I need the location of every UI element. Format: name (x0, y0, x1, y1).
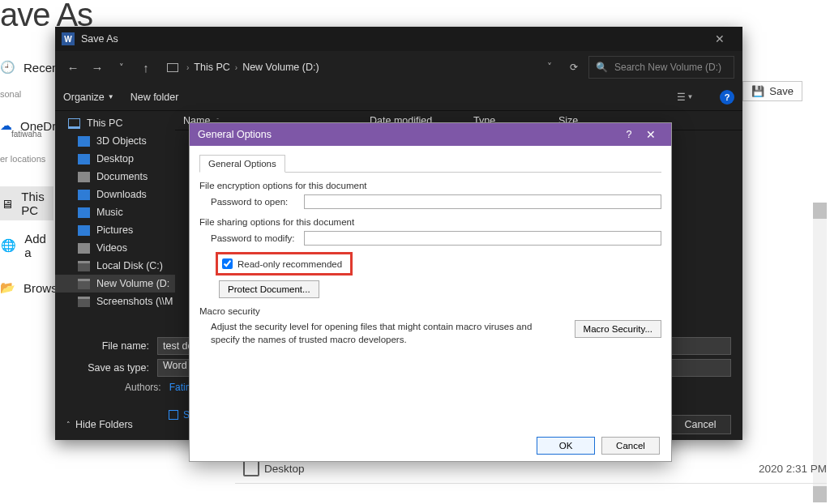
hide-folders-button[interactable]: ˄ Hide Folders (66, 419, 133, 430)
macro-description: Adjust the security level for opening fi… (211, 320, 563, 346)
scroll-up-button[interactable] (813, 203, 827, 219)
backstage-scrollbar[interactable] (813, 203, 827, 502)
tree-node-label: Downloads (96, 189, 147, 200)
tree-node-label: This PC (87, 117, 122, 129)
folder-icon (243, 460, 259, 476)
folder-icon (78, 172, 90, 182)
tree-node[interactable]: Music (55, 203, 175, 221)
dialog-titlebar[interactable]: General Options ? ✕ (190, 123, 671, 146)
pc-icon (167, 63, 178, 72)
tree-node-label: Videos (96, 242, 127, 254)
backstage-folder-row[interactable]: Desktop 2020 2:31 PM (243, 460, 827, 476)
saveas-toolbar: Organize ▼ New folder ☰ ▼ ? (55, 83, 742, 111)
backstage-onedrive[interactable]: ☁ OneDri fatiwaha (0, 109, 53, 143)
folder-icon (78, 136, 90, 147)
protect-document-button[interactable]: Protect Document... (219, 280, 319, 298)
close-icon[interactable]: ✕ (704, 32, 736, 45)
password-modify-input[interactable] (304, 231, 661, 246)
search-placeholder: Search New Volume (D:) (614, 62, 721, 73)
tree-node-label: 3D Objects (96, 135, 147, 147)
close-icon[interactable]: ✕ (639, 128, 663, 141)
cancel-button[interactable]: Cancel (601, 437, 660, 455)
backstage-add-place[interactable]: 🌐 Add a (0, 229, 53, 263)
tree-node[interactable]: Desktop (55, 150, 175, 168)
word-app-icon: W (62, 32, 75, 45)
back-button[interactable]: ← (63, 61, 83, 75)
dialog-title: General Options (198, 129, 272, 140)
folder-icon (78, 279, 90, 289)
tree-node[interactable]: Pictures (55, 221, 175, 239)
password-open-label: Password to open: (211, 197, 304, 207)
button-label: Hide Folders (75, 419, 133, 430)
breadcrumb[interactable]: › This PC › New Volume (D:) (160, 56, 535, 79)
tree-node[interactable]: Downloads (55, 186, 175, 203)
macro-security-button[interactable]: Macro Security... (575, 320, 661, 338)
tree-node[interactable]: 3D Objects (55, 132, 175, 150)
view-options-button[interactable]: ☰ ▼ (674, 89, 695, 105)
tree-node[interactable]: Documents (55, 168, 175, 186)
up-button[interactable]: ↑ (136, 61, 156, 75)
backstage-thispc[interactable]: 🖥 This PC (0, 186, 53, 220)
folder-icon (78, 297, 90, 307)
folder-icon (78, 207, 90, 218)
tree-node[interactable]: Screenshots (\\M (55, 293, 175, 310)
button-label: Save (769, 85, 794, 97)
backstage-recent[interactable]: 🕘 Recent (0, 50, 53, 84)
organize-menu[interactable]: Organize ▼ (63, 92, 114, 103)
onedrive-account: fatiwaha (11, 130, 41, 139)
ok-button[interactable]: OK (537, 437, 595, 455)
folder-icon (78, 261, 90, 271)
chevron-right-icon: › (235, 63, 237, 72)
chevron-down-icon: ▼ (108, 93, 114, 100)
folder-icon (78, 225, 90, 236)
encryption-section-label: File encryption options for this documen… (199, 181, 661, 190)
backstage-browse[interactable]: 📂 Browse (0, 271, 53, 305)
highlight-box: Read-only recommended (216, 252, 353, 275)
folder-icon (78, 154, 90, 164)
tab-general-options[interactable]: General Options (199, 155, 285, 173)
tree-node-label: Documents (96, 171, 148, 182)
nav-label: Add a (24, 232, 53, 259)
tree-node-label: Desktop (96, 153, 134, 164)
saveas-nav-bar: ← → ˅ ↑ › This PC › New Volume (D:) ˅ ⟳ … (55, 51, 742, 83)
search-input[interactable]: 🔍 Search New Volume (D:) (588, 56, 734, 79)
folder-tree[interactable]: This PC3D ObjectsDesktopDocumentsDownloa… (55, 111, 175, 328)
newfolder-button[interactable]: New folder (130, 92, 179, 103)
folder-open-icon: 📂 (0, 279, 15, 297)
readonly-label: Read-only recommended (237, 259, 342, 269)
folder-icon (78, 190, 90, 200)
tree-node-label: Pictures (96, 224, 133, 236)
password-open-input[interactable] (304, 194, 661, 209)
help-button[interactable]: ? (619, 129, 639, 140)
crumb-root[interactable]: This PC (194, 62, 229, 73)
authors-label: Authors: (125, 382, 161, 393)
backstage-save-button[interactable]: 💾 Save (742, 81, 802, 101)
readonly-checkbox[interactable] (222, 258, 233, 269)
breadcrumb-history-button[interactable]: ˅ (540, 62, 559, 73)
chevron-right-icon: › (186, 63, 189, 72)
tree-node-label: Screenshots (\\M (96, 296, 173, 307)
dialog-title: Save As (81, 33, 118, 45)
folder-name: Desktop (264, 463, 305, 475)
cancel-button[interactable]: Cancel (670, 415, 731, 434)
general-options-dialog: General Options ? ✕ General Options File… (189, 122, 672, 462)
crumb-folder[interactable]: New Volume (D:) (242, 62, 319, 73)
tree-node[interactable]: Videos (55, 239, 175, 257)
savetype-label: Save as type: (79, 362, 149, 374)
divider (235, 483, 827, 484)
tree-node[interactable]: Local Disk (C:) (55, 257, 175, 275)
folder-date: 2020 2:31 PM (759, 463, 827, 475)
folder-icon (78, 243, 90, 254)
refresh-button[interactable]: ⟳ (564, 62, 584, 73)
password-modify-label: Password to modify: (211, 233, 304, 243)
recent-button[interactable]: ˅ (112, 62, 131, 73)
forward-button[interactable]: → (88, 61, 107, 75)
tree-node[interactable]: This PC (55, 114, 175, 132)
scroll-down-button[interactable] (813, 486, 827, 502)
macro-section-label: Macro security (199, 306, 661, 316)
saveas-titlebar[interactable]: W Save As ✕ (55, 27, 742, 51)
chevron-up-icon: ˄ (66, 421, 71, 429)
help-button[interactable]: ? (720, 90, 734, 105)
tree-node[interactable]: New Volume (D: (55, 275, 175, 293)
backstage-sidebar: 🕘 Recent ☁ OneDri fatiwaha 🖥 This PC 🌐 A… (0, 50, 53, 305)
